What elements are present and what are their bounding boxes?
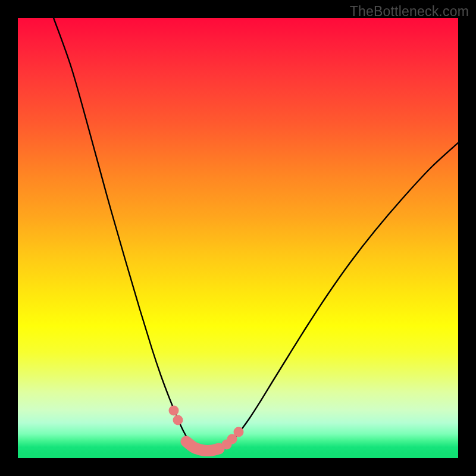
curve-layer [18, 18, 458, 458]
marker-dot [173, 415, 183, 425]
bottleneck-curve [54, 18, 458, 452]
outer-frame: TheBottleneck.com [0, 0, 476, 476]
markers-group [169, 406, 244, 450]
optimal-segment [186, 441, 219, 450]
watermark-text: TheBottleneck.com [350, 4, 469, 20]
plot-area [18, 18, 458, 458]
marker-dot [234, 427, 244, 437]
marker-dot [169, 406, 179, 416]
